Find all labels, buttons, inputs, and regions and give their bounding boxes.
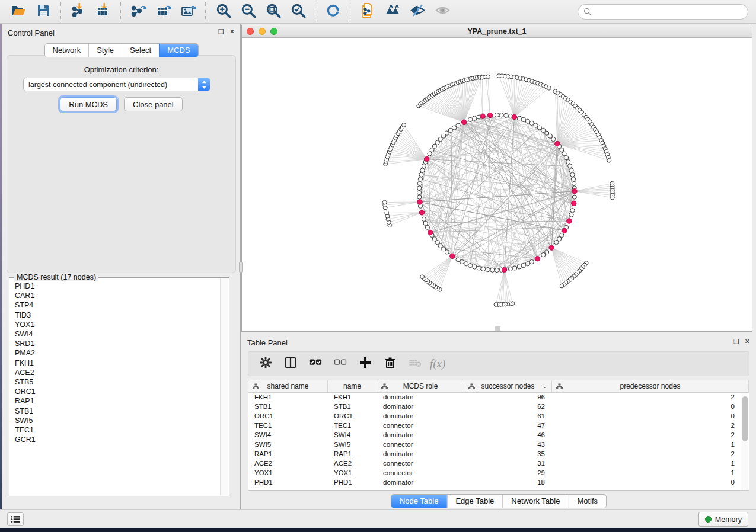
- column-header-MCDS-role[interactable]: MCDS role: [377, 380, 464, 392]
- graph-node[interactable]: [473, 265, 477, 269]
- graph-node[interactable]: [448, 128, 452, 132]
- graph-node[interactable]: [564, 156, 568, 160]
- graph-node[interactable]: [435, 241, 439, 245]
- graph-hub-node[interactable]: [572, 189, 577, 194]
- graph-leaf-node[interactable]: [402, 123, 406, 127]
- table-row[interactable]: PHD1PHD1dominator180: [248, 478, 749, 488]
- graph-leaf-node[interactable]: [382, 200, 387, 204]
- graph-hub-node[interactable]: [417, 200, 422, 204]
- graph-hub-node[interactable]: [555, 141, 560, 146]
- graph-node[interactable]: [432, 144, 436, 148]
- graph-node[interactable]: [422, 164, 426, 168]
- mcds-result-item[interactable]: RAP1: [9, 396, 220, 406]
- mcds-result-item[interactable]: SRD1: [9, 339, 220, 348]
- graph-node[interactable]: [508, 267, 512, 271]
- graph-node[interactable]: [529, 259, 534, 264]
- close-panel-icon[interactable]: ✕: [229, 28, 235, 36]
- table-row[interactable]: SWI4SWI4dominator462: [248, 431, 749, 440]
- mcds-result-item[interactable]: CAR1: [9, 291, 220, 300]
- graph-node[interactable]: [495, 268, 499, 272]
- select-all-button[interactable]: [305, 354, 326, 374]
- clone-network-button[interactable]: [355, 2, 380, 22]
- mcds-result-item[interactable]: SWI5: [9, 416, 220, 425]
- memory-button[interactable]: Memory: [698, 512, 748, 527]
- tab-node-table[interactable]: Node Table: [391, 495, 447, 508]
- graph-leaf-node[interactable]: [486, 75, 490, 79]
- graph-node[interactable]: [422, 217, 426, 221]
- tab-style[interactable]: Style: [88, 44, 122, 57]
- graph-leaf-node[interactable]: [494, 303, 498, 307]
- graph-leaf-node[interactable]: [607, 158, 611, 162]
- splitter-handle[interactable]: [239, 262, 243, 273]
- graph-node[interactable]: [460, 259, 464, 264]
- graph-node[interactable]: [468, 117, 473, 121]
- graph-node[interactable]: [418, 177, 422, 181]
- graph-node[interactable]: [417, 181, 422, 185]
- mcds-result-item[interactable]: YOX1: [9, 320, 220, 329]
- mcds-result-item[interactable]: FKH1: [9, 358, 220, 368]
- graph-node[interactable]: [499, 113, 503, 117]
- run-mcds-button[interactable]: Run MCDS: [60, 97, 117, 111]
- graph-hub-node[interactable]: [549, 245, 554, 250]
- task-history-button[interactable]: [7, 512, 24, 526]
- node-table-scroll-thumb[interactable]: [742, 396, 748, 441]
- graph-node[interactable]: [571, 177, 575, 181]
- tab-network-table[interactable]: Network Table: [502, 495, 568, 508]
- graph-node[interactable]: [521, 117, 525, 121]
- graph-node[interactable]: [425, 225, 429, 229]
- graph-hub-node[interactable]: [450, 254, 455, 258]
- graph-node[interactable]: [537, 126, 541, 130]
- graph-hub-node[interactable]: [480, 114, 485, 118]
- graph-leaf-node[interactable]: [610, 196, 614, 200]
- graph-node[interactable]: [529, 121, 534, 125]
- graph-node[interactable]: [432, 237, 436, 241]
- graph-node[interactable]: [428, 152, 432, 156]
- graph-node[interactable]: [473, 116, 477, 120]
- table-row[interactable]: TEC1TEC1connector472: [248, 421, 749, 431]
- refresh-button[interactable]: [320, 2, 345, 22]
- graph-node[interactable]: [551, 137, 556, 142]
- graph-node[interactable]: [423, 221, 428, 225]
- graph-node[interactable]: [557, 237, 561, 241]
- graph-node[interactable]: [560, 233, 564, 237]
- graph-node[interactable]: [468, 263, 473, 267]
- tab-motifs[interactable]: Motifs: [568, 495, 606, 508]
- export-table-button[interactable]: [151, 2, 176, 22]
- graph-hub-node[interactable]: [512, 114, 516, 119]
- mcds-result-item[interactable]: STB1: [9, 406, 220, 415]
- column-header-shared-name[interactable]: shared name: [248, 380, 328, 392]
- graph-node[interactable]: [445, 131, 449, 135]
- table-row[interactable]: ORC1ORC1dominator610: [248, 412, 749, 421]
- graph-node[interactable]: [513, 266, 517, 270]
- graph-node[interactable]: [417, 190, 421, 194]
- mcds-result-item[interactable]: ACE2: [9, 368, 220, 377]
- search-box[interactable]: [578, 4, 748, 20]
- graph-node[interactable]: [525, 119, 529, 123]
- graph-hub-node[interactable]: [487, 113, 492, 117]
- graph-node[interactable]: [570, 172, 575, 177]
- graph-node[interactable]: [570, 209, 575, 213]
- column-header-successor-nodes[interactable]: successor nodes⌄: [464, 380, 552, 392]
- graph-hub-node[interactable]: [461, 120, 466, 124]
- graph-node[interactable]: [504, 113, 508, 117]
- column-header-predecessor-nodes[interactable]: predecessor nodes: [552, 380, 749, 392]
- float-panel-icon[interactable]: ❑: [218, 28, 224, 36]
- graph-node[interactable]: [541, 252, 546, 257]
- graph-node[interactable]: [452, 126, 456, 130]
- mcds-result-item[interactable]: ORC1: [9, 387, 220, 396]
- graph-node[interactable]: [566, 160, 570, 164]
- graph-node[interactable]: [572, 181, 576, 185]
- graph-hub-node[interactable]: [502, 267, 506, 272]
- graph-node[interactable]: [490, 268, 495, 272]
- graph-node[interactable]: [417, 195, 422, 199]
- tab-network[interactable]: Network: [44, 44, 88, 57]
- graph-node[interactable]: [569, 213, 573, 217]
- mcds-result-item[interactable]: PHD1: [9, 281, 220, 291]
- hide-selected-button[interactable]: [405, 2, 430, 22]
- graph-node[interactable]: [486, 268, 490, 272]
- graph-node[interactable]: [517, 265, 521, 269]
- mcds-result-item[interactable]: PMA2: [9, 348, 220, 358]
- mcds-result-item[interactable]: STP4: [9, 300, 220, 310]
- table-row[interactable]: SWI5SWI5connector431: [248, 440, 749, 450]
- graph-node[interactable]: [420, 168, 425, 172]
